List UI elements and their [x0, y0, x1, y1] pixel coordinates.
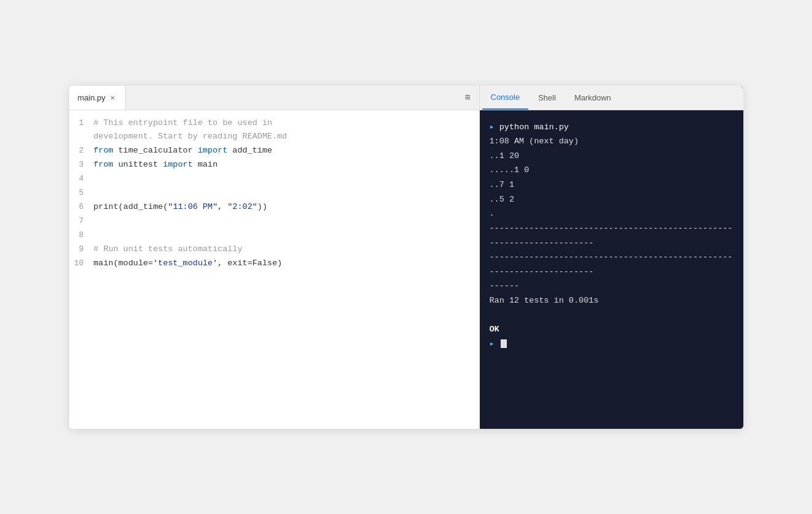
code-line: 6 print(add_time("11:06 PM", "2:02")) — [69, 200, 479, 214]
line-content — [94, 229, 479, 243]
console-line: . — [490, 206, 734, 221]
tab-shell[interactable]: Shell — [529, 86, 564, 110]
console-tabs: Console Shell Markdown — [480, 86, 743, 110]
line-content — [94, 172, 479, 186]
console-line — [490, 308, 734, 323]
tab-label: main.py — [78, 93, 106, 102]
line-number: 1 — [69, 116, 94, 130]
editor-panel: main.py × ≡ 1 # This entrypoint file to … — [69, 86, 480, 429]
code-line: development. Start by reading README.md — [69, 130, 479, 144]
ide-body: main.py × ≡ 1 # This entrypoint file to … — [69, 86, 743, 429]
line-number: 3 — [69, 158, 94, 172]
code-line: 9 # Run unit tests automatically — [69, 243, 479, 257]
line-content — [94, 214, 479, 229]
line-content: from time_calculator import add_time — [94, 144, 479, 158]
prompt-icon: ▸ — [490, 339, 495, 349]
console-prompt-line: ▸ — [490, 337, 734, 352]
code-line: 8 — [69, 229, 479, 243]
line-content: development. Start by reading README.md — [94, 130, 479, 144]
line-content: from unittest import main — [94, 158, 479, 172]
tab-main-py[interactable]: main.py × — [69, 86, 126, 110]
tab-console[interactable]: Console — [482, 86, 529, 110]
console-line: ----------------------------------------… — [490, 221, 734, 250]
console-line: ..7 1 — [490, 178, 734, 192]
code-line: 4 — [69, 172, 479, 186]
tab-close-button[interactable]: × — [109, 93, 116, 102]
line-number: 10 — [69, 257, 94, 270]
prompt-icon: ▸ — [490, 123, 495, 132]
console-line: ..5 2 — [490, 192, 734, 207]
line-number: 4 — [69, 172, 94, 186]
console-panel: Console Shell Markdown ▸ python main.py … — [480, 86, 743, 429]
editor-menu-icon[interactable]: ≡ — [456, 92, 479, 103]
console-line: ..1 20 — [490, 149, 734, 164]
editor-tabs: main.py × ≡ — [69, 86, 479, 110]
line-number: 5 — [69, 186, 94, 200]
code-line: 10 main(module='test_module', exit=False… — [69, 257, 479, 271]
console-output[interactable]: ▸ python main.py 1:08 AM (next day) ..1 … — [480, 110, 743, 429]
code-line: 3 from unittest import main — [69, 158, 479, 172]
line-number: 8 — [69, 229, 94, 242]
console-line: ▸ python main.py — [490, 120, 734, 135]
console-line: ----------------------------------------… — [490, 250, 734, 279]
code-area: 1 # This entrypoint file to be used in d… — [69, 110, 479, 429]
line-content: main(module='test_module', exit=False) — [94, 257, 479, 271]
line-number: 6 — [69, 200, 94, 214]
line-content — [94, 186, 479, 200]
console-command: python main.py — [499, 123, 569, 132]
code-line: 5 — [69, 186, 479, 200]
console-line: 1:08 AM (next day) — [490, 134, 734, 149]
console-line: OK — [490, 322, 734, 337]
code-line: 1 # This entrypoint file to be used in — [69, 116, 479, 130]
console-line: .....1 0 — [490, 163, 734, 178]
line-number: 2 — [69, 144, 94, 157]
line-content: # Run unit tests automatically — [94, 243, 479, 257]
console-cursor — [501, 339, 507, 348]
console-line: ------ — [490, 279, 734, 293]
line-number: 7 — [69, 214, 94, 228]
line-content: # This entrypoint file to be used in — [94, 116, 479, 130]
code-line: 7 — [69, 214, 479, 229]
code-line: 2 from time_calculator import add_time — [69, 144, 479, 158]
ide-container: main.py × ≡ 1 # This entrypoint file to … — [69, 86, 743, 429]
line-number: 9 — [69, 243, 94, 256]
line-content: print(add_time("11:06 PM", "2:02")) — [94, 200, 479, 214]
console-line: Ran 12 tests in 0.001s — [490, 293, 734, 308]
tab-markdown[interactable]: Markdown — [566, 86, 620, 110]
